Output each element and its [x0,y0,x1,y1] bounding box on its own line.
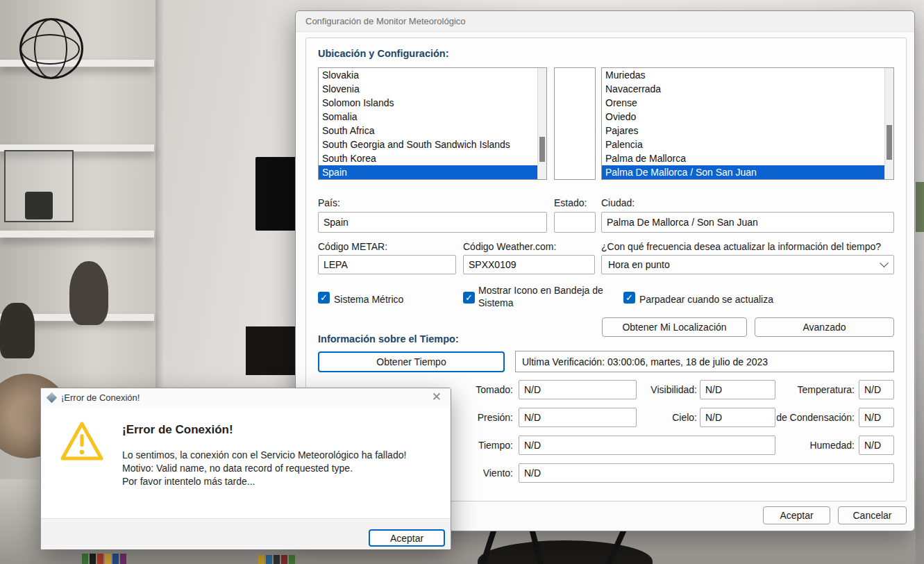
frequency-selected-value: Hora en punto [608,259,670,270]
glass-display-case [4,150,74,222]
dew-point-label: de Condensación: [726,408,855,427]
error-heading: ¡Error de Conexión! [122,423,233,437]
country-listbox[interactable]: Slovakia Slovenia Solomon Islands Somali… [318,67,547,180]
list-item-country[interactable]: Somalia [319,110,537,124]
books-strip [82,554,129,564]
book [112,554,119,564]
book [105,554,111,564]
city-listbox[interactable]: Muriedas Navacerrada Orense Oviedo Pajar… [601,67,894,180]
list-item-country[interactable]: South Korea [319,151,537,165]
list-item-country[interactable]: Solomon Islands [319,96,537,110]
get-my-location-button[interactable]: Obtener Mi Localización [602,317,747,337]
sky-label: Cielo: [601,408,697,427]
blink-on-update-label: Parpadear cuando se actualiza [639,293,773,306]
books-strip [258,555,297,564]
chevron-down-icon [880,258,889,267]
close-icon[interactable]: ✕ [432,390,442,405]
book [274,555,280,564]
right-edge-sliver [916,0,924,564]
book [281,555,287,564]
city-label: Ciudad: [601,197,635,208]
dialog-title: Configuración de Monitor Meteorológico [305,16,466,26]
error-dialog-title: ¡Error de Conexión! [61,392,140,403]
section-weather-heading: Información sobre el Tiempo: [318,333,459,345]
bust-sculpture [69,261,108,325]
book [90,554,96,564]
blink-on-update-checkbox[interactable]: ✓ [623,292,635,304]
country-list-scrollbar[interactable] [537,68,546,179]
wire-sphere-sculpture [19,18,83,79]
frequency-label: ¿Con qué frecuencia desea actualizar la … [601,241,881,252]
weather-com-input[interactable] [463,255,595,274]
get-weather-button[interactable]: Obtener Tiempo [318,351,505,372]
dark-vase [0,303,35,358]
error-ok-button[interactable]: Aceptar [369,529,445,547]
error-message-line: Motivo: Valid name, no data record of re… [122,463,353,474]
list-item-country-selected[interactable]: Spain [319,165,537,179]
tray-icon-label: Mostrar Icono en Bandeja de Sistema [478,284,614,309]
wire-sphere-ring [20,34,80,65]
temperature-input[interactable] [859,380,894,399]
connection-error-dialog: ¡Error de Conexión! ✕ ¡Error de Conexión… [40,388,451,549]
visibility-label: Visibilidad: [601,380,697,399]
list-item-city-selected[interactable]: Palma De Mallorca / Son San Juan [602,165,884,179]
app-diamond-icon [47,392,58,403]
wind-input[interactable] [519,463,894,483]
list-item-city[interactable]: Palencia [602,138,884,151]
country-label: País: [318,197,340,208]
list-item-country[interactable]: Slovakia [319,68,537,82]
list-item-city[interactable]: Pajares [602,124,884,138]
dew-point-input[interactable] [859,408,894,427]
humidity-label: Humedad: [726,436,855,455]
list-item-city[interactable]: Muriedas [602,68,884,82]
metar-input[interactable] [318,255,456,274]
scrollbar-thumb[interactable] [887,125,892,160]
cancel-button[interactable]: Cancelar [838,506,907,524]
error-message-line: Por favor intentelo más tarde... [122,476,255,487]
advanced-button[interactable]: Avanzado [755,317,894,337]
error-message-line: Lo sentimos, la conexión con el Servicio… [122,449,406,461]
temperature-label: Temperatura: [726,380,855,399]
book [82,554,88,564]
last-check-box: Ultima Verificación: 03:00:06, martes, 1… [515,351,894,372]
country-input[interactable] [318,212,547,233]
dialog-titlebar[interactable]: Configuración de Monitor Meteorológico [296,11,914,32]
city-input[interactable] [601,212,894,233]
humidity-input[interactable] [859,436,894,455]
list-item-city[interactable]: Navacerrada [602,82,884,96]
state-listbox[interactable] [554,67,596,180]
case-object [25,192,53,219]
book [266,555,272,564]
scrollbar-thumb[interactable] [539,137,545,162]
list-item-city[interactable]: Oviedo [602,110,884,124]
warning-icon [60,420,104,463]
list-item-country[interactable]: South Georgia and South Sandwich Islands [319,138,537,151]
metric-system-checkbox[interactable]: ✓ [318,292,330,304]
ok-button[interactable]: Aceptar [763,506,830,524]
shelf-board [0,231,154,238]
tray-icon-checkbox[interactable]: ✓ [463,292,475,304]
list-item-country[interactable]: Slovenia [319,82,537,96]
city-list-scrollbar[interactable] [884,68,893,179]
list-item-city[interactable]: Palma de Mallorca [602,151,884,165]
book [258,555,264,564]
metric-system-label: Sistema Métrico [334,293,403,306]
state-label: Estado: [554,197,587,208]
book [97,554,103,564]
plant-leaf [916,182,924,232]
list-item-city[interactable]: Orense [602,96,884,110]
metar-label: Código METAR: [318,241,387,252]
state-input[interactable] [554,212,596,233]
frequency-select[interactable]: Hora en punto [601,255,894,274]
weather-com-label: Código Weather.com: [463,241,556,252]
book [120,554,126,564]
book [289,555,295,564]
error-dialog-titlebar[interactable]: ¡Error de Conexión! [41,388,451,406]
section-location-heading: Ubicación y Configuración: [318,48,449,59]
list-item-country[interactable]: South Africa [319,124,537,138]
